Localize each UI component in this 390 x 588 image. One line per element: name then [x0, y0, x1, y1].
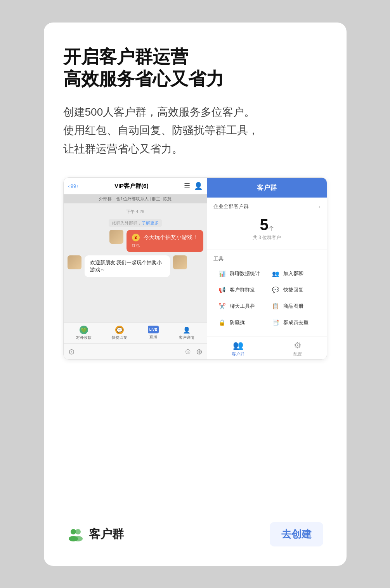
- nav-config[interactable]: ⚙ 配置: [293, 340, 302, 357]
- nav-customer-group[interactable]: 👥 客户群: [232, 340, 244, 357]
- welcome-bubble: 欢迎新朋友 我们一起玩个抽奖小游戏～: [85, 255, 170, 277]
- svg-point-0: [71, 529, 76, 534]
- person-add-icon[interactable]: 👤: [194, 182, 203, 190]
- dedup-icon: 📑: [272, 318, 280, 327]
- headline: 开启客户群运营 高效服务省心又省力: [63, 46, 327, 90]
- footer: 客户群 去创建: [63, 522, 327, 546]
- avatar-right: [109, 230, 123, 244]
- quickreply-icon: 💬: [115, 326, 124, 334]
- footer-label: 客户群: [89, 526, 124, 542]
- chat-subheader: 外部群，含1位外部联系人 | 群主: 陈慧: [64, 194, 207, 203]
- tool-quick-reply[interactable]: 💬 快捷回复: [267, 282, 321, 298]
- chat-notice: 此群为外部群，了解更多: [109, 219, 162, 227]
- tools-title: 工具: [213, 255, 321, 262]
- arrow-icon[interactable]: ›: [319, 203, 321, 210]
- plus-icon[interactable]: ⊕: [196, 347, 203, 356]
- tool-payment-label: 对外收款: [76, 335, 92, 340]
- main-card: 开启客户群运营 高效服务省心又省力 创建500人客户群，高效服务多位客户。 使用…: [44, 23, 347, 566]
- footer-group-icon: [67, 526, 84, 543]
- tool-quickreply-label: 快捷回复: [112, 335, 127, 340]
- svg-point-1: [75, 529, 81, 534]
- enterprise-section: 企业全部客户群 › 5个 共 3 位群客户: [207, 198, 327, 250]
- avatar-right2: [173, 255, 187, 269]
- nav-group-icon: 👥: [233, 340, 243, 350]
- enterprise-title: 企业全部客户群 ›: [213, 203, 321, 210]
- tool-dedup[interactable]: 📑 群成员去重: [267, 314, 321, 331]
- tool-live[interactable]: LIVE 直播: [148, 326, 159, 340]
- group-count: 5个 共 3 位群客户: [213, 213, 321, 244]
- svg-point-3: [73, 536, 83, 541]
- redpacket-icon: ¥: [132, 234, 140, 241]
- chat-body: 下午 4:26 此群为外部群，了解更多 ¥ 今天玩个抽奖小游戏！ 红包: [64, 203, 207, 322]
- tool-customer-label: 客户详情: [179, 335, 194, 340]
- notice-link[interactable]: 了解更多: [142, 220, 159, 225]
- tools-grid: 📊 群聊数据统计 👥 加入群聊 📢 客户群群发 💬 快捷回复: [213, 265, 321, 331]
- chat-back[interactable]: ‹ 99+: [68, 183, 79, 189]
- back-count: 99+: [71, 183, 79, 189]
- payment-icon: 💚: [80, 326, 88, 334]
- chat-time: 下午 4:26: [68, 209, 203, 215]
- tool-live-label: 直播: [149, 334, 157, 340]
- chat-title: VIP客户群(6): [82, 182, 181, 190]
- chat-msg-redpacket: ¥ 今天玩个抽奖小游戏！ 红包: [68, 230, 203, 252]
- tool-quickreply[interactable]: 💬 快捷回复: [112, 326, 127, 340]
- antiharass-icon: 🔒: [218, 318, 227, 327]
- redpacket-bubble: ¥ 今天玩个抽奖小游戏！ 红包: [127, 230, 203, 252]
- redpacket-text: ¥ 今天玩个抽奖小游戏！: [132, 234, 198, 241]
- tool-anti-harass[interactable]: 🔒 防骚扰: [213, 314, 267, 331]
- group-bottom-nav: 👥 客户群 ⚙ 配置: [207, 336, 327, 359]
- create-button[interactable]: 去创建: [270, 522, 323, 546]
- footer-left: 客户群: [67, 526, 124, 543]
- group-header: 客户群: [207, 178, 327, 198]
- customer-icon: 👤: [182, 326, 191, 334]
- chat-header-icons: ☰ 👤: [184, 182, 203, 190]
- chat-footer-tools: 💚 对外收款 💬 快捷回复 LIVE 直播 👤 客户详情: [64, 322, 207, 343]
- live-icon: LIVE: [148, 326, 159, 333]
- stats-icon: 📊: [218, 269, 227, 278]
- tool-payment[interactable]: 💚 对外收款: [76, 326, 92, 340]
- tool-join-group[interactable]: 👥 加入群聊: [267, 265, 321, 282]
- chat-input-right: ☺ ⊕: [184, 347, 202, 356]
- mockup-container: ‹ 99+ VIP客户群(6) ☰ 👤 外部群，含1位外部联系人 | 群主: 陈…: [63, 177, 327, 360]
- tool-customer[interactable]: 👤 客户详情: [179, 326, 194, 340]
- chat-panel: ‹ 99+ VIP客户群(6) ☰ 👤 外部群，含1位外部联系人 | 群主: 陈…: [64, 178, 207, 359]
- nav-config-icon: ⚙: [294, 340, 302, 350]
- list-icon[interactable]: ☰: [184, 182, 190, 190]
- emoji-icon[interactable]: ☺: [184, 347, 192, 356]
- redpacket-label: 红包: [132, 243, 198, 248]
- toolbar-icon: ✂️: [218, 302, 227, 310]
- chat-header: ‹ 99+ VIP客户群(6) ☰ 👤: [64, 178, 207, 194]
- tool-data-stats[interactable]: 📊 群聊数据统计: [213, 265, 267, 282]
- tool-product-album[interactable]: 📋 商品图册: [267, 298, 321, 314]
- chat-input-bar: ⊙ ☺ ⊕: [64, 343, 207, 359]
- album-icon: 📋: [272, 302, 280, 310]
- tool-chat-toolbar[interactable]: ✂️ 聊天工具栏: [213, 298, 267, 314]
- qreply-icon: 💬: [272, 286, 280, 294]
- tools-section: 工具 📊 群聊数据统计 👥 加入群聊 📢 客户群群发: [207, 250, 327, 336]
- tool-group-send[interactable]: 📢 客户群群发: [213, 282, 267, 298]
- voice-icon[interactable]: ⊙: [68, 347, 75, 356]
- chat-msg-welcome: 欢迎新朋友 我们一起玩个抽奖小游戏～: [68, 255, 203, 277]
- send-icon: 📢: [218, 286, 227, 294]
- subtitle: 创建500人客户群，高效服务多位客户。 使用红包、自动回复、防骚扰等群工具， 让…: [63, 103, 327, 158]
- avatar-left: [68, 255, 81, 269]
- group-panel: 客户群 企业全部客户群 › 5个 共 3 位群客户 工具: [207, 178, 327, 359]
- join-icon: 👥: [272, 269, 280, 278]
